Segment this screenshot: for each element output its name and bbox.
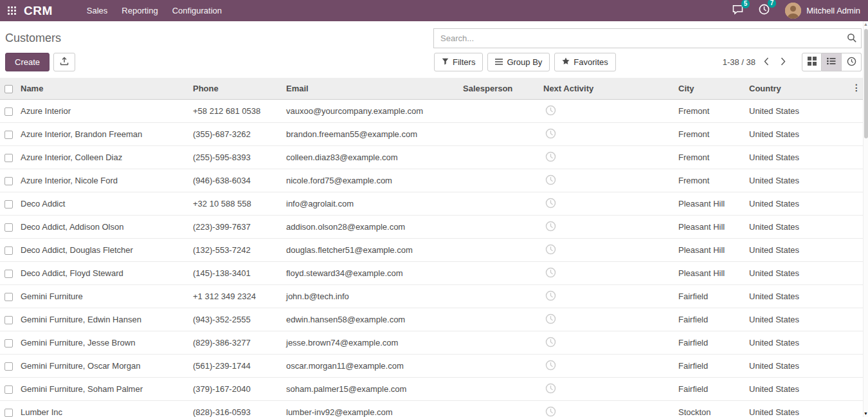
row-checkbox-cell[interactable]: [0, 401, 17, 417]
cell-next-activity[interactable]: [539, 216, 674, 239]
cell-salesperson[interactable]: [459, 169, 539, 192]
cell-city[interactable]: Fairfield: [674, 285, 745, 308]
cell-phone[interactable]: +32 10 588 558: [189, 192, 282, 216]
next-activity-clock-icon[interactable]: [545, 340, 556, 349]
cell-country[interactable]: United States: [745, 239, 813, 262]
cell-phone[interactable]: (223)-399-7637: [189, 216, 282, 239]
cell-country[interactable]: United States: [745, 100, 813, 123]
cell-city[interactable]: Stockton: [674, 401, 745, 417]
row-checkbox[interactable]: [5, 154, 13, 162]
cell-phone[interactable]: (255)-595-8393: [189, 146, 282, 169]
cell-name[interactable]: Gemini Furniture, Edwin Hansen: [17, 308, 189, 331]
cell-next-activity[interactable]: [539, 192, 674, 216]
cell-name[interactable]: Deco Addict, Douglas Fletcher: [17, 239, 189, 262]
next-activity-clock-icon[interactable]: [545, 409, 556, 417]
cell-city[interactable]: Fremont: [674, 146, 745, 169]
next-activity-clock-icon[interactable]: [545, 317, 556, 326]
cell-phone[interactable]: (943)-352-2555: [189, 308, 282, 331]
cell-name[interactable]: Deco Addict: [17, 192, 189, 216]
menu-configuration[interactable]: Configuration: [165, 0, 229, 21]
next-activity-clock-icon[interactable]: [545, 108, 556, 118]
cell-city[interactable]: Fairfield: [674, 331, 745, 355]
favorites-button[interactable]: Favorites: [554, 53, 615, 71]
row-checkbox-cell[interactable]: [0, 216, 17, 239]
user-menu[interactable]: Mitchell Admin: [785, 3, 860, 19]
cell-email[interactable]: floyd.steward34@example.com: [282, 262, 459, 285]
cell-city[interactable]: Fairfield: [674, 355, 745, 378]
cell-email[interactable]: info@agrolait.com: [282, 192, 459, 216]
cell-next-activity[interactable]: [539, 308, 674, 331]
column-header-phone[interactable]: Phone: [189, 78, 282, 100]
cell-city[interactable]: Fremont: [674, 169, 745, 192]
cell-country[interactable]: United States: [745, 331, 813, 355]
cell-city[interactable]: Pleasant Hill: [674, 192, 745, 216]
cell-salesperson[interactable]: [459, 123, 539, 146]
cell-next-activity[interactable]: [539, 239, 674, 262]
cell-country[interactable]: United States: [745, 355, 813, 378]
cell-city[interactable]: Pleasant Hill: [674, 262, 745, 285]
cell-email[interactable]: jesse.brown74@example.com: [282, 331, 459, 355]
cell-phone[interactable]: (145)-138-3401: [189, 262, 282, 285]
row-checkbox[interactable]: [5, 246, 13, 255]
next-activity-clock-icon[interactable]: [545, 247, 556, 257]
row-checkbox[interactable]: [5, 409, 13, 417]
cell-email[interactable]: soham.palmer15@example.com: [282, 378, 459, 401]
row-checkbox-cell[interactable]: [0, 285, 17, 308]
cell-phone[interactable]: +1 312 349 2324: [189, 285, 282, 308]
activity-view-button[interactable]: [842, 53, 862, 71]
cell-city[interactable]: Pleasant Hill: [674, 216, 745, 239]
search-input[interactable]: [433, 28, 862, 48]
row-checkbox[interactable]: [5, 200, 13, 208]
cell-next-activity[interactable]: [539, 100, 674, 123]
row-checkbox[interactable]: [5, 293, 13, 301]
cell-salesperson[interactable]: [459, 192, 539, 216]
filters-button[interactable]: Filters: [434, 53, 483, 71]
pager-previous-button[interactable]: [758, 56, 775, 69]
cell-email[interactable]: oscar.morgan11@example.com: [282, 355, 459, 378]
next-activity-clock-icon[interactable]: [545, 201, 556, 210]
kanban-view-button[interactable]: [802, 53, 822, 71]
cell-name[interactable]: Gemini Furniture, Oscar Morgan: [17, 355, 189, 378]
cell-email[interactable]: addison.olson28@example.com: [282, 216, 459, 239]
cell-country[interactable]: United States: [745, 401, 813, 417]
cell-email[interactable]: nicole.ford75@example.com: [282, 169, 459, 192]
group-by-button[interactable]: Group By: [487, 53, 550, 71]
row-checkbox-cell[interactable]: [0, 262, 17, 285]
column-header-email[interactable]: Email: [282, 78, 459, 100]
next-activity-clock-icon[interactable]: [545, 293, 556, 303]
pager-next-button[interactable]: [775, 56, 791, 69]
cell-city[interactable]: Fremont: [674, 100, 745, 123]
row-checkbox-cell[interactable]: [0, 123, 17, 146]
cell-phone[interactable]: (132)-553-7242: [189, 239, 282, 262]
scrollbar-thumb[interactable]: [864, 29, 868, 138]
select-all-cell[interactable]: [0, 78, 17, 100]
cell-country[interactable]: United States: [745, 123, 813, 146]
optional-columns-icon[interactable]: ⋮: [852, 82, 861, 93]
cell-salesperson[interactable]: [459, 239, 539, 262]
cell-name[interactable]: Lumber Inc: [17, 401, 189, 417]
next-activity-clock-icon[interactable]: [545, 154, 556, 164]
table-row[interactable]: Azure Interior+58 212 681 0538vauxoo@you…: [0, 100, 863, 123]
cell-name[interactable]: Deco Addict, Floyd Steward: [17, 262, 189, 285]
row-checkbox-cell[interactable]: [0, 331, 17, 355]
export-button[interactable]: [53, 53, 75, 71]
cell-salesperson[interactable]: [459, 100, 539, 123]
cell-name[interactable]: Gemini Furniture, Jesse Brown: [17, 331, 189, 355]
cell-phone[interactable]: (828)-316-0593: [189, 401, 282, 417]
cell-next-activity[interactable]: [539, 262, 674, 285]
row-checkbox[interactable]: [5, 177, 13, 185]
cell-name[interactable]: Azure Interior: [17, 100, 189, 123]
table-row[interactable]: Deco Addict, Addison Olson(223)-399-7637…: [0, 216, 863, 239]
cell-name[interactable]: Gemini Furniture: [17, 285, 189, 308]
row-checkbox[interactable]: [5, 223, 13, 232]
cell-salesperson[interactable]: [459, 331, 539, 355]
next-activity-clock-icon[interactable]: [545, 270, 556, 280]
column-header-city[interactable]: City: [674, 78, 745, 100]
row-checkbox[interactable]: [5, 107, 13, 116]
next-activity-clock-icon[interactable]: [545, 386, 556, 396]
search-icon[interactable]: [847, 33, 857, 45]
table-row[interactable]: Azure Interior, Colleen Diaz(255)-595-83…: [0, 146, 863, 169]
cell-email[interactable]: vauxoo@yourcompany.example.com: [282, 100, 459, 123]
cell-salesperson[interactable]: [459, 285, 539, 308]
column-header-next-activity[interactable]: Next Activity: [539, 78, 674, 100]
